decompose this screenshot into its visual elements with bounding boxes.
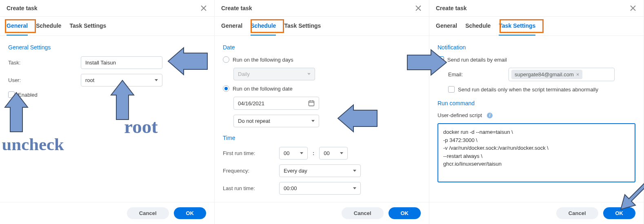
- last-run-select[interactable]: 00:00: [279, 182, 361, 195]
- abnormal-only-checkbox[interactable]: [448, 86, 455, 93]
- dialog-title: Create task: [436, 5, 629, 11]
- last-run-label: Last run time:: [223, 185, 276, 191]
- task-input[interactable]: [81, 56, 162, 69]
- panel-body: General Settings Task: User: root Enable…: [0, 36, 214, 202]
- tab-general[interactable]: General: [436, 17, 457, 35]
- task-label: Task:: [8, 60, 78, 66]
- email-label: Email:: [448, 71, 505, 78]
- radio-following-date[interactable]: [223, 85, 229, 92]
- info-icon[interactable]: i: [487, 113, 493, 118]
- dialog-title: Create task: [7, 5, 200, 11]
- tab-bar: General Schedule Task Settings: [429, 17, 644, 36]
- cancel-button[interactable]: Cancel: [342, 207, 384, 219]
- repeat-value: Do not repeat: [238, 118, 270, 124]
- abnormal-only-label: Send run details only when the script te…: [458, 86, 598, 93]
- tab-schedule[interactable]: Schedule: [36, 17, 61, 35]
- section-general-settings: General Settings: [8, 44, 206, 51]
- repeat-select[interactable]: Do not repeat: [233, 115, 319, 127]
- email-chip-value: supergate84@gmail.com: [515, 71, 574, 78]
- dialog-footer: Cancel OK: [429, 202, 644, 224]
- days-select-value: Daily: [238, 71, 250, 77]
- days-select: Daily: [233, 68, 315, 80]
- radio-following-days[interactable]: [223, 56, 229, 63]
- send-email-checkbox[interactable]: [437, 56, 444, 63]
- tab-bar: General Schedule Task Settings: [0, 17, 214, 36]
- tab-bar: General Schedule Task Settings: [215, 17, 429, 36]
- dialog-footer: Cancel OK: [215, 202, 429, 224]
- user-label: User:: [8, 77, 78, 83]
- radio-following-date-label: Run on the following date: [233, 86, 293, 92]
- first-run-label: First run time:: [223, 150, 276, 156]
- user-select-value: root: [85, 77, 94, 83]
- panel-body: Notification Send run details by email E…: [429, 36, 644, 202]
- tab-task-settings[interactable]: Task Settings: [69, 17, 106, 35]
- chevron-down-icon: [353, 187, 356, 189]
- chevron-down-icon: [307, 73, 311, 75]
- dialog-title: Create task: [221, 5, 414, 11]
- tab-general[interactable]: General: [221, 17, 242, 35]
- panel-body: Date Run on the following days Daily Run…: [215, 36, 429, 202]
- first-run-hour-select[interactable]: 00: [279, 147, 308, 160]
- last-run-value: 00:00: [284, 185, 297, 191]
- section-run-command: Run command: [437, 100, 635, 106]
- close-icon[interactable]: [629, 4, 637, 12]
- calendar-icon: [308, 100, 315, 106]
- email-input[interactable]: supergate84@gmail.com ×: [509, 68, 615, 81]
- dialog-header: Create task: [429, 0, 644, 17]
- ok-button[interactable]: OK: [389, 207, 421, 219]
- chevron-down-icon: [300, 152, 303, 154]
- dialog-header: Create task: [0, 0, 214, 17]
- radio-following-days-label: Run on the following days: [233, 57, 293, 63]
- create-task-panel-general: Create task General Schedule Task Settin…: [0, 0, 215, 224]
- time-colon: :: [311, 150, 316, 156]
- email-chip: supergate84@gmail.com ×: [511, 70, 582, 79]
- dialog-header: Create task: [215, 0, 429, 17]
- tab-general[interactable]: General: [7, 17, 28, 35]
- date-value: 04/16/2021: [238, 100, 264, 106]
- tab-task-settings[interactable]: Task Settings: [499, 17, 535, 35]
- script-label: User-defined script: [437, 112, 482, 118]
- chevron-down-icon: [311, 120, 315, 122]
- cancel-button[interactable]: Cancel: [556, 207, 598, 219]
- close-icon[interactable]: [200, 4, 208, 12]
- chevron-down-icon: [340, 152, 343, 154]
- create-task-panel-tasksettings: Create task General Schedule Task Settin…: [429, 0, 644, 224]
- enabled-checkbox[interactable]: [8, 91, 15, 98]
- ok-button[interactable]: OK: [603, 207, 636, 219]
- cancel-button[interactable]: Cancel: [127, 207, 169, 219]
- remove-email-icon[interactable]: ×: [576, 71, 580, 78]
- svg-rect-0: [309, 101, 314, 106]
- section-notification: Notification: [437, 44, 635, 51]
- dialog-footer: Cancel OK: [0, 202, 214, 224]
- frequency-label: Frequency:: [223, 168, 276, 174]
- create-task-panel-schedule: Create task General Schedule Task Settin…: [215, 0, 429, 224]
- first-run-minute-select[interactable]: 00: [319, 147, 348, 160]
- script-textarea[interactable]: docker run -d --name=taisun \ -p 3472:30…: [437, 123, 635, 182]
- user-select[interactable]: root: [81, 74, 162, 86]
- chevron-down-icon: [155, 79, 158, 81]
- frequency-select[interactable]: Every day: [279, 164, 361, 177]
- frequency-value: Every day: [284, 168, 307, 174]
- first-run-minute-value: 00: [324, 150, 329, 156]
- send-email-label: Send run details by email: [447, 57, 507, 63]
- first-run-hour-value: 00: [284, 150, 289, 156]
- close-icon[interactable]: [414, 4, 422, 12]
- date-input[interactable]: 04/16/2021: [233, 97, 319, 110]
- ok-button[interactable]: OK: [174, 207, 207, 219]
- tab-task-settings[interactable]: Task Settings: [284, 17, 321, 35]
- section-date: Date: [223, 44, 421, 51]
- tab-schedule[interactable]: Schedule: [251, 17, 276, 35]
- section-time: Time: [223, 135, 421, 141]
- tab-schedule[interactable]: Schedule: [465, 17, 491, 35]
- enabled-label: Enabled: [18, 92, 38, 98]
- chevron-down-icon: [353, 170, 356, 172]
